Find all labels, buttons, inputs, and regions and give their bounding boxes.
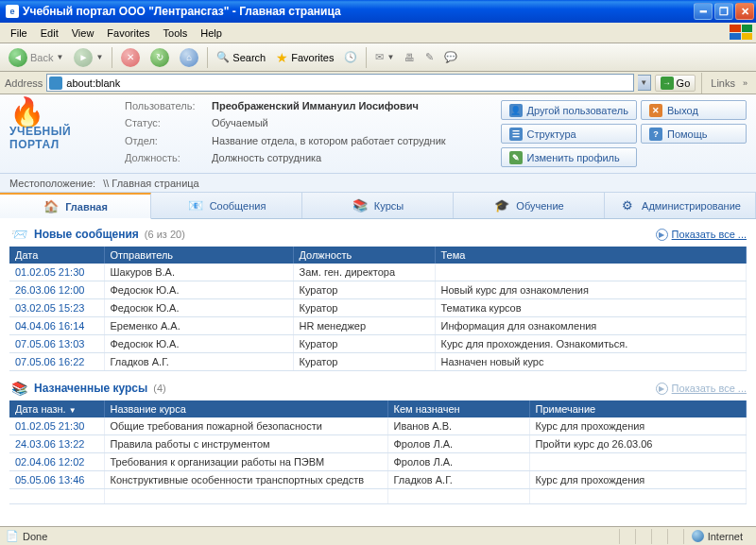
minimize-button[interactable]: ━ (694, 3, 713, 20)
home-button[interactable]: ⌂ (176, 46, 202, 69)
close-button[interactable]: ✕ (735, 3, 754, 20)
status-pane (651, 529, 667, 544)
edit-button[interactable]: ✎ (421, 49, 438, 65)
forward-button[interactable]: ► ▼ (70, 46, 107, 69)
table-row[interactable]: 04.04.06 16:14Еременко А.А.HR менеджерИн… (9, 317, 747, 335)
col-sender[interactable]: Отправитель (104, 247, 293, 264)
search-button[interactable]: 🔍 Search (213, 49, 269, 65)
print-button[interactable]: 🖶 (401, 50, 419, 65)
mail-stack-icon: 📨 (9, 227, 28, 242)
table-row[interactable]: 07.05.06 13:03Федосюк Ю.А.КураторКурс дл… (9, 335, 747, 353)
address-input[interactable]: about:blank (46, 74, 633, 92)
status-pane (619, 529, 635, 544)
stop-icon: ✕ (121, 48, 140, 67)
col-position[interactable]: Должность (293, 247, 435, 264)
cell-date: 24.03.06 13:22 (9, 435, 104, 453)
links-label[interactable]: Links (711, 77, 735, 89)
structure-button[interactable]: ☰Структура (501, 124, 637, 144)
logo-line2: ПОРТАЛ (9, 138, 60, 151)
logo-line1: УЧЕБНЫЙ (9, 125, 71, 138)
table-row[interactable]: 01.02.05 21:30Общие требования пожарной … (9, 417, 747, 435)
user-icon: 👤 (509, 104, 523, 117)
stop-button[interactable]: ✕ (117, 46, 144, 69)
tab-admin[interactable]: ⚙Администрирование (605, 193, 756, 218)
edit-profile-button[interactable]: ✎Изменить профиль (501, 147, 637, 167)
tab-courses[interactable]: 📚Курсы (302, 193, 454, 218)
breadcrumb-label: Местоположение: (9, 178, 95, 189)
menu-view[interactable]: View (65, 26, 101, 41)
content-area: 📨 Новые сообщения (6 из 20) ▶Показать вс… (0, 219, 756, 545)
tab-learning[interactable]: 🎓Обучение (454, 193, 605, 218)
history-icon: 🕓 (344, 51, 357, 63)
menu-help[interactable]: Help (194, 26, 229, 41)
cell-by: Фролов Л.А. (387, 435, 529, 453)
cell-name: Правила работы с инструментом (104, 435, 387, 453)
maximize-button[interactable]: ❐ (714, 3, 733, 20)
table-row[interactable]: 26.03.06 12:00Федосюк Ю.А.КураторНовый к… (9, 281, 747, 299)
col-assigned-by[interactable]: Кем назначен (387, 400, 529, 417)
col-date[interactable]: Дата (9, 247, 104, 264)
table-row[interactable]: 05.05.06 13:46Конструктивные особенности… (9, 471, 747, 489)
tab-messages[interactable]: 📧Сообщения (151, 193, 302, 218)
col-subject[interactable]: Тема (435, 247, 747, 264)
go-icon: → (661, 77, 674, 90)
arrow-right-icon: ▶ (656, 229, 668, 241)
cell-name: Требования к организации работы на ПЭВМ (104, 453, 387, 471)
messages-show-all[interactable]: ▶Показать все ... (656, 229, 747, 241)
courses-count: (4) (153, 383, 165, 394)
books-icon: 📚 (9, 381, 28, 396)
chevron-down-icon: ▼ (56, 53, 63, 61)
messages-title: Новые сообщения (34, 228, 139, 241)
star-icon: ★ (276, 50, 288, 65)
discuss-icon: 💬 (444, 51, 457, 63)
search-icon: 🔍 (216, 51, 230, 63)
cell-position: Куратор (293, 353, 435, 371)
tab-home[interactable]: 🏠Главная (0, 193, 151, 219)
cell-sender: Федосюк Ю.А. (104, 299, 293, 317)
status-pane (667, 529, 683, 544)
menu-edit[interactable]: Edit (34, 26, 65, 41)
help-icon: ? (649, 128, 662, 141)
cell-date: 03.02.05 15:23 (9, 299, 104, 317)
links-chevron-icon[interactable]: » (743, 78, 747, 88)
home-icon: ⌂ (180, 48, 198, 67)
discuss-button[interactable]: 💬 (440, 49, 461, 65)
table-row[interactable]: 24.03.06 13:22Правила работы с инструмен… (9, 435, 747, 453)
table-row[interactable]: 07.05.06 16:22Гладков А.Г.КураторНазначе… (9, 353, 747, 371)
address-dropdown[interactable]: ▼ (638, 75, 651, 91)
table-row[interactable]: 02.04.06 12:02Требования к организации р… (9, 453, 747, 471)
user-info: Пользователь: Преображенский Иммануил Ио… (125, 100, 490, 167)
other-user-button[interactable]: 👤Другой пользователь (501, 100, 637, 120)
cell-subject: Тематика курсов (435, 299, 747, 317)
col-assign-date[interactable]: Дата назн.▼ (9, 400, 104, 417)
help-button[interactable]: ?Помощь (641, 124, 747, 144)
cell-note: Курс для прохождения (529, 471, 747, 489)
dept-value: Название отдела, в котором работает сотр… (212, 135, 490, 150)
menu-favorites[interactable]: Favorites (100, 26, 156, 41)
mail-icon: ✉ (375, 51, 384, 63)
address-label: Address (5, 77, 43, 89)
cell-date: 01.02.05 21:30 (9, 417, 104, 435)
table-row[interactable]: 03.02.05 15:23Федосюк Ю.А.КураторТематик… (9, 299, 747, 317)
cell-subject (435, 264, 747, 281)
col-course-name[interactable]: Название курса (104, 400, 387, 417)
flame-icon: 🔥 (9, 100, 44, 125)
history-button[interactable]: 🕓 (340, 49, 361, 65)
courses-show-all[interactable]: ▶Показать все ... (656, 383, 747, 395)
pencil-icon: ✎ (509, 151, 523, 164)
go-button[interactable]: → Go (655, 75, 696, 92)
exit-button[interactable]: ✕Выход (641, 100, 747, 120)
window-titlebar: e Учебный портал ООО "Лентрансгаз" - Гла… (0, 0, 756, 23)
menu-tools[interactable]: Tools (157, 26, 195, 41)
courses-title: Назначенные курсы (34, 382, 147, 395)
favorites-button[interactable]: ★ Favorites (272, 48, 337, 67)
mail-button[interactable]: ✉▼ (371, 49, 398, 65)
refresh-button[interactable]: ↻ (146, 46, 173, 69)
cell-subject: Назначен новый курс (435, 353, 747, 371)
back-button[interactable]: ◄ Back ▼ (5, 46, 67, 69)
messages-icon: 📧 (187, 198, 204, 213)
menu-file[interactable]: File (4, 26, 34, 41)
table-row[interactable]: 01.02.05 21:30Шакуров В.А.Зам. ген. дире… (9, 264, 747, 281)
col-note[interactable]: Примечание (529, 400, 747, 417)
position-label: Должность: (125, 152, 212, 167)
